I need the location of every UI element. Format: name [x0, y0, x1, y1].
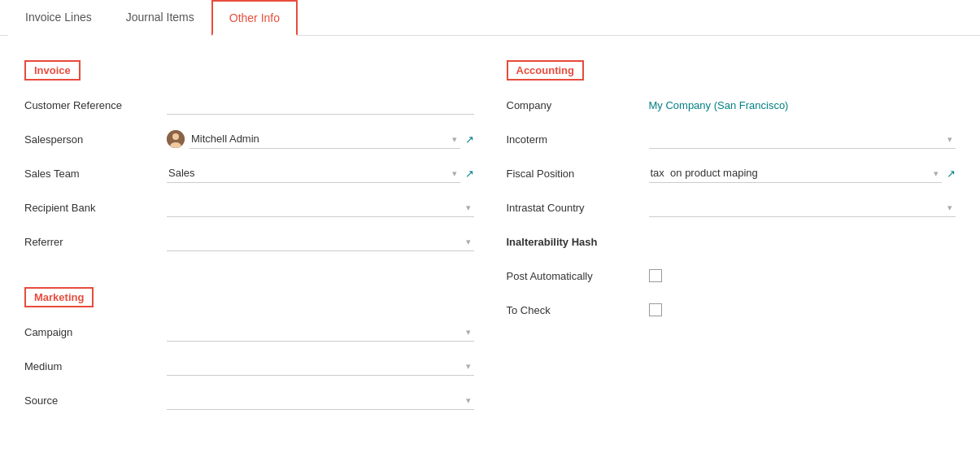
left-column: Invoice Customer Reference Salesperson — [24, 52, 474, 421]
tab-list: Invoice Lines Journal Items Other Info — [0, 0, 980, 36]
recipient-bank-select-wrapper: ▾ — [167, 198, 474, 217]
intrastat-country-input[interactable] — [649, 198, 956, 217]
company-field: My Company (San Francisco) — [649, 99, 956, 111]
medium-row: Medium ▾ — [24, 353, 474, 379]
company-value[interactable]: My Company (San Francisco) — [649, 99, 789, 111]
referrer-label: Referrer — [24, 236, 167, 248]
accounting-section: Accounting Company My Company (San Franc… — [507, 52, 956, 323]
campaign-field: ▾ — [167, 322, 474, 342]
intrastat-country-row: Intrastat Country ▾ — [507, 194, 956, 220]
customer-reference-row: Customer Reference — [24, 92, 474, 118]
post-automatically-row: Post Automatically — [507, 263, 956, 289]
fiscal-position-label: Fiscal Position — [507, 168, 649, 180]
invoice-section: Invoice Customer Reference Salesperson — [24, 52, 474, 255]
customer-reference-label: Customer Reference — [24, 99, 167, 111]
intrastat-country-select-wrapper: ▾ — [649, 198, 956, 217]
inalterability-hash-label: Inalterability Hash — [507, 236, 649, 248]
tab-invoice-lines[interactable]: Invoice Lines — [8, 0, 109, 36]
to-check-checkbox[interactable] — [649, 303, 662, 316]
tab-other-info[interactable]: Other Info — [211, 0, 298, 36]
tab-journal-items[interactable]: Journal Items — [109, 0, 211, 36]
to-check-label: To Check — [507, 304, 649, 316]
referrer-row: Referrer ▾ — [24, 229, 474, 255]
medium-field: ▾ — [167, 356, 474, 376]
recipient-bank-row: Recipient Bank ▾ — [24, 194, 474, 220]
campaign-input[interactable] — [167, 322, 474, 342]
salesperson-select-wrapper: Mitchell Admin ▾ — [189, 129, 460, 149]
source-input[interactable] — [167, 390, 474, 410]
source-select-wrapper: ▾ — [167, 390, 474, 410]
source-row: Source ▾ — [24, 387, 474, 413]
campaign-row: Campaign ▾ — [24, 319, 474, 345]
company-row: Company My Company (San Francisco) — [507, 92, 956, 118]
salesperson-input[interactable]: Mitchell Admin — [189, 129, 460, 149]
sales-team-row: Sales Team Sales ▾ ↗ — [24, 160, 474, 186]
recipient-bank-label: Recipient Bank — [24, 202, 167, 214]
recipient-bank-field: ▾ — [167, 198, 474, 217]
post-automatically-field — [649, 269, 956, 282]
right-column: Accounting Company My Company (San Franc… — [507, 52, 956, 421]
referrer-select-wrapper: ▾ — [167, 232, 474, 251]
sales-team-external-link[interactable]: ↗ — [465, 168, 474, 180]
source-label: Source — [24, 394, 167, 407]
main-content: Invoice Customer Reference Salesperson — [0, 36, 980, 438]
sales-team-input[interactable]: Sales — [167, 163, 460, 183]
fiscal-position-select-wrapper: tax on product maping ▾ — [649, 163, 943, 183]
salesperson-label: Salesperson — [24, 133, 167, 146]
fiscal-position-row: Fiscal Position tax on product maping ▾ … — [507, 160, 956, 186]
intrastat-country-label: Intrastat Country — [507, 202, 649, 214]
salesperson-external-link[interactable]: ↗ — [465, 133, 474, 146]
referrer-input[interactable] — [167, 232, 474, 251]
incoterm-select-wrapper: ▾ — [649, 129, 956, 149]
customer-reference-field — [167, 95, 474, 115]
accounting-section-header: Accounting — [507, 60, 585, 81]
medium-label: Medium — [24, 360, 167, 372]
medium-select-wrapper: ▾ — [167, 356, 474, 376]
recipient-bank-input[interactable] — [167, 198, 474, 217]
customer-reference-input[interactable] — [167, 95, 474, 115]
fiscal-position-field: tax on product maping ▾ ↗ — [649, 163, 956, 183]
campaign-label: Campaign — [24, 326, 167, 338]
incoterm-input[interactable] — [649, 129, 956, 149]
fiscal-position-external-link[interactable]: ↗ — [947, 168, 956, 180]
salesperson-row: Salesperson Mitchell Admin ▾ ↗ — [24, 126, 474, 152]
sales-team-label: Sales Team — [24, 168, 167, 180]
post-automatically-label: Post Automatically — [507, 270, 649, 282]
fiscal-position-input[interactable]: tax on product maping — [649, 163, 943, 183]
to-check-row: To Check — [507, 297, 956, 323]
marketing-section: Marketing Campaign ▾ Medium ▾ — [24, 279, 474, 413]
incoterm-row: Incoterm ▾ — [507, 126, 956, 152]
salesperson-field: Mitchell Admin ▾ ↗ — [167, 129, 474, 149]
svg-point-1 — [172, 133, 179, 140]
salesperson-avatar — [167, 130, 185, 148]
inalterability-hash-row: Inalterability Hash — [507, 229, 956, 255]
post-automatically-checkbox[interactable] — [649, 269, 662, 282]
company-label: Company — [507, 99, 649, 111]
marketing-section-header: Marketing — [24, 287, 94, 307]
referrer-field: ▾ — [167, 232, 474, 251]
sales-team-field: Sales ▾ ↗ — [167, 163, 474, 183]
medium-input[interactable] — [167, 356, 474, 376]
intrastat-country-field: ▾ — [649, 198, 956, 217]
campaign-select-wrapper: ▾ — [167, 322, 474, 342]
incoterm-field: ▾ — [649, 129, 956, 149]
source-field: ▾ — [167, 390, 474, 410]
to-check-field — [649, 303, 956, 316]
incoterm-label: Incoterm — [507, 133, 649, 146]
sales-team-select-wrapper: Sales ▾ — [167, 163, 460, 183]
invoice-section-header: Invoice — [24, 60, 81, 81]
tabs-bar: Invoice Lines Journal Items Other Info — [0, 0, 980, 36]
